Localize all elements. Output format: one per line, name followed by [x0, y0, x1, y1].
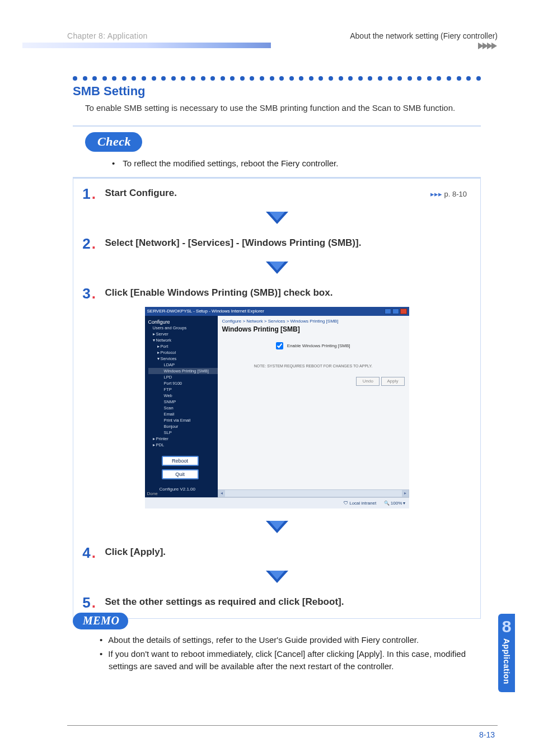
nav-port[interactable]: ▸ Port: [148, 343, 218, 349]
check-pill: Check: [85, 132, 142, 152]
step-4-num: 4.: [73, 544, 96, 562]
arrow-down-icon: [73, 209, 480, 228]
shot-titlebar-text: SERVER-DWOKPYSL - Setup - Windows Intern…: [147, 309, 264, 314]
memo-bullet-2: If you don't want to reboot immediately,…: [100, 648, 481, 673]
minimize-icon[interactable]: [385, 309, 391, 314]
horizontal-scrollbar[interactable]: ◂▸: [218, 489, 409, 497]
nav-users[interactable]: Users and Groups: [148, 325, 218, 331]
nav-slp[interactable]: SLP: [148, 430, 218, 436]
memo-bullet-1: About the details of settings, refer to …: [100, 634, 481, 647]
nav-lpd[interactable]: LPD: [148, 374, 218, 380]
header-right: About the network setting (Fiery control…: [350, 31, 498, 40]
status-done: Done: [147, 491, 158, 496]
nav-ftp[interactable]: FTP: [148, 386, 218, 393]
link-arrow-icon: ▸▸▸: [430, 190, 442, 198]
step-2-text: Select [Network] - [Services] - [Windows…: [105, 237, 361, 249]
step-3-text: Click [Enable Windows Printing (SMB)] ch…: [105, 287, 332, 298]
nav-snmp[interactable]: SNMP: [148, 399, 218, 405]
nav-configure[interactable]: Configure: [148, 319, 218, 325]
enable-smb-row: Enable Windows Printing [SMB]: [222, 342, 405, 349]
nav-services[interactable]: ▾ Services: [148, 356, 218, 362]
enable-smb-checkbox[interactable]: [276, 342, 283, 349]
shot-nav: Configure Users and Groups ▸ Server ▾ Ne…: [145, 316, 218, 497]
apply-button[interactable]: Apply: [381, 377, 405, 386]
step-2-num: 2.: [73, 235, 96, 253]
step-1-link[interactable]: ▸▸▸ p. 8-10: [430, 190, 467, 198]
nav-ldap[interactable]: LDAP: [148, 362, 218, 368]
step-1-text: Start Configure.: [105, 188, 176, 199]
dots-divider: [73, 76, 481, 81]
arrow-down-icon: [73, 259, 480, 278]
memo-pill: MEMO: [73, 613, 128, 629]
step-3-num: 3.: [73, 285, 96, 302]
nav-pve[interactable]: Print via Email: [148, 417, 218, 423]
steps-container: 1. Start Configure. ▸▸▸ p. 8-10 2. Selec…: [73, 178, 481, 619]
configure-version: Configure V2.1.00: [160, 487, 196, 492]
undo-button[interactable]: Undo: [356, 377, 380, 386]
nav-server[interactable]: ▸ Server: [148, 331, 218, 337]
screenshot: SERVER-DWOKPYSL - Setup - Windows Intern…: [145, 307, 409, 508]
step-1: 1. Start Configure. ▸▸▸ p. 8-10: [73, 178, 480, 209]
nav-windows-smb[interactable]: Windows Printing [SMB]: [148, 368, 218, 374]
nav-printer[interactable]: ▸ Printer: [148, 436, 218, 442]
arrow-down-icon: [73, 568, 480, 587]
header-underline: [22, 43, 271, 48]
header-arrow-icon: [478, 43, 500, 49]
scroll-right-icon[interactable]: ▸: [402, 490, 409, 497]
statusbar: 🛡 Local intranet 🔍 100% ▾: [145, 497, 409, 508]
step-1-link-text: p. 8-10: [444, 190, 467, 198]
quit-button[interactable]: Quit: [162, 469, 199, 479]
window-controls: [385, 309, 407, 314]
svg-marker-3: [491, 43, 497, 49]
step-2: 2. Select [Network] - [Services] - [Wind…: [73, 228, 480, 259]
step-1-num: 1.: [73, 185, 96, 203]
section-desc: To enable SMB setting is necessary to us…: [85, 102, 481, 114]
maximize-icon[interactable]: [392, 309, 399, 314]
nav-protocol[interactable]: ▸ Protocol: [148, 349, 218, 356]
zoom-icon: 🔍: [384, 501, 390, 506]
nav-web[interactable]: Web: [148, 393, 218, 399]
panel-heading: Windows Printing [SMB]: [222, 325, 405, 333]
shot-main-panel: Configure > Network > Services > Windows…: [218, 316, 409, 497]
footer-rule: [67, 725, 498, 726]
nav-bonjour[interactable]: Bonjour: [148, 423, 218, 430]
nav-pdl[interactable]: ▸ PDL: [148, 442, 218, 448]
page-number: 8-13: [479, 730, 495, 739]
side-tab-label: Application: [502, 638, 511, 684]
step-5-num: 5.: [73, 594, 96, 612]
check-bullet: To reflect the modified settings, reboot…: [112, 158, 481, 168]
side-tab-number: 8: [502, 617, 512, 636]
reboot-note: NOTE: SYSTEM REQUIRES REBOOT FOR CHANGES…: [222, 364, 405, 368]
zoom-value[interactable]: 100%: [391, 501, 402, 506]
step-5-text: Set the other settings as required and c…: [105, 596, 344, 608]
nav-email[interactable]: Email: [148, 411, 218, 417]
close-icon[interactable]: [400, 309, 407, 314]
section-title: SMB Setting: [73, 84, 481, 99]
nav-network[interactable]: ▾ Network: [148, 337, 218, 343]
arrow-down-icon: [73, 519, 480, 538]
scroll-left-icon[interactable]: ◂: [218, 490, 225, 497]
enable-smb-label: Enable Windows Printing [SMB]: [287, 343, 350, 348]
shot-titlebar: SERVER-DWOKPYSL - Setup - Windows Intern…: [145, 307, 409, 316]
memo-block: MEMO About the details of settings, refe…: [73, 613, 481, 674]
zone-label: Local intranet: [349, 501, 376, 506]
check-block: Check To reflect the modified settings, …: [73, 125, 481, 178]
step-4: 4. Click [Apply].: [73, 538, 480, 568]
nav-scan[interactable]: Scan: [148, 405, 218, 411]
reboot-button[interactable]: Reboot: [162, 456, 199, 466]
chapter-label: Chapter 8: Application: [67, 31, 148, 40]
breadcrumb: Configure > Network > Services > Windows…: [222, 319, 405, 324]
step-3: 3. Click [Enable Windows Printing (SMB)]…: [73, 278, 480, 519]
nav-port9100[interactable]: Port 9100: [148, 380, 218, 386]
step-4-text: Click [Apply].: [105, 547, 166, 558]
side-tab: 8 Application: [498, 614, 515, 692]
zone-icon: 🛡: [344, 501, 348, 506]
